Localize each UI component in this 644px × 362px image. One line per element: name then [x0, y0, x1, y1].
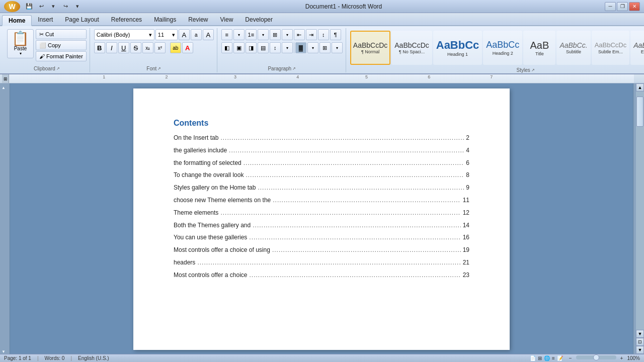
font-size-up-btn[interactable]: A — [179, 29, 190, 40]
qa-dropdown-btn[interactable]: ▾ — [72, 2, 83, 11]
toc-text-4: To change the overall look — [174, 171, 244, 179]
style-heading2[interactable]: AaBbCc Heading 2 — [483, 31, 522, 65]
view-print-btn[interactable]: 📄 — [530, 355, 536, 361]
restore-btn[interactable]: ❐ — [617, 2, 628, 11]
toc-entry-3: the formatting of selected .............… — [174, 159, 469, 167]
office-button[interactable]: W — [4, 1, 20, 12]
multilevel-list-dropdown[interactable]: ▾ — [282, 29, 293, 40]
align-right-btn[interactable]: ◨ — [246, 42, 257, 53]
redo-quick-btn[interactable]: ↪ — [60, 2, 70, 11]
italic-btn[interactable]: I — [106, 42, 117, 53]
tab-view[interactable]: View — [214, 14, 239, 25]
align-left-btn[interactable]: ◧ — [221, 42, 232, 53]
zoom-slider[interactable] — [576, 355, 616, 359]
shading-dropdown[interactable]: ▾ — [307, 42, 318, 53]
clipboard-expand-icon[interactable]: ↗ — [56, 66, 60, 71]
scroll-thumb[interactable] — [636, 97, 643, 127]
font-size-select[interactable]: 11 ▾ — [155, 29, 178, 40]
nav-up-arrow[interactable]: ▲ — [2, 85, 6, 90]
bold-btn[interactable]: B — [94, 42, 105, 53]
scroll-up-btn[interactable]: ▲ — [636, 83, 644, 92]
toc-entry-9: You can use these galleries ............… — [174, 233, 469, 242]
zoom-out-btn[interactable]: − — [569, 355, 572, 361]
style-normal[interactable]: AaBbCcDc ¶ Normal — [350, 31, 390, 65]
font-color-btn[interactable]: A — [182, 42, 193, 53]
numbered-list-btn[interactable]: 1≡ — [246, 29, 257, 40]
window-controls: ─ ❐ ✕ — [605, 2, 640, 11]
superscript-btn[interactable]: x² — [154, 42, 166, 53]
sort-btn[interactable]: ↕ — [318, 29, 329, 40]
toc-entry-12: Most controls offer a choice ...........… — [174, 271, 469, 280]
numbered-list-dropdown[interactable]: ▾ — [258, 29, 269, 40]
style-no-spacing[interactable]: AaBbCcDc ¶ No Spaci... — [391, 31, 432, 65]
undo-dropdown-btn[interactable]: ▾ — [48, 2, 58, 11]
style-title[interactable]: AaB Title — [523, 31, 555, 65]
borders-btn[interactable]: ⊞ — [319, 42, 331, 53]
tab-mailings[interactable]: Mailings — [148, 14, 182, 25]
format-painter-button[interactable]: 🖌 Format Painter — [36, 51, 87, 61]
close-btn[interactable]: ✕ — [629, 2, 640, 11]
toc-page-4: 8 — [466, 171, 469, 179]
style-emphasis[interactable]: AaBbCcDc Emphasis — [630, 31, 644, 65]
tab-review[interactable]: Review — [182, 14, 214, 25]
style-subtle-label: Subtle Em... — [598, 49, 623, 54]
show-formatting-btn[interactable]: ¶ — [330, 29, 341, 40]
style-subtitle[interactable]: AaBbCc. Subtitle — [556, 31, 590, 65]
toc-text-12: Most controls offer a choice — [174, 271, 248, 280]
toc-entry-5: Styles gallery on the Home tab .........… — [174, 184, 469, 192]
paste-button[interactable]: 📋 Paste ▾ — [7, 29, 34, 58]
styles-expand-icon[interactable]: ↗ — [531, 68, 535, 72]
tab-page-layout[interactable]: Page Layout — [59, 14, 105, 25]
decrease-indent-btn[interactable]: ⇤ — [294, 29, 305, 40]
toc-page-9: 16 — [463, 233, 469, 242]
increase-indent-btn[interactable]: ⇥ — [306, 29, 317, 40]
undo-quick-btn[interactable]: ↩ — [36, 2, 46, 11]
bullet-list-dropdown[interactable]: ▾ — [233, 29, 245, 40]
clear-format-btn[interactable]: A — [203, 29, 214, 40]
document-scroll-area: Contents On the Insert tab .............… — [10, 83, 633, 354]
style-subtle-em[interactable]: AaBbCcDc Subtle Em... — [592, 31, 630, 65]
toc-text-9: You can use these galleries — [174, 233, 247, 242]
font-name-select[interactable]: Calibri (Body) ▾ — [94, 29, 154, 40]
style-normal-preview: AaBbCcDc — [353, 41, 387, 50]
paste-dropdown[interactable]: ▾ — [20, 51, 22, 56]
scroll-track[interactable] — [636, 92, 644, 330]
nav-down-arrow[interactable]: ▼ — [2, 349, 6, 354]
view-full-btn[interactable]: ⊞ — [538, 355, 542, 361]
font-size-down-btn[interactable]: a — [191, 29, 202, 40]
style-heading1[interactable]: AaBbCc Heading 1 — [433, 31, 482, 65]
minimize-btn[interactable]: ─ — [605, 2, 616, 11]
underline-btn[interactable]: U — [118, 42, 129, 53]
view-web-btn[interactable]: 🌐 — [544, 355, 550, 361]
save-quick-btn[interactable]: 💾 — [24, 2, 34, 11]
scroll-next-page[interactable]: ▼ — [636, 346, 644, 354]
cut-button[interactable]: ✂ Cut — [36, 29, 87, 39]
line-spacing-dropdown[interactable]: ▾ — [282, 42, 293, 53]
paragraph-expand-icon[interactable]: ↗ — [292, 66, 296, 71]
highlight-btn[interactable]: ab — [170, 42, 181, 53]
copy-button[interactable]: ⬜ Copy — [36, 40, 87, 50]
ruler-corner[interactable]: ⊞ — [2, 74, 9, 83]
multilevel-list-btn[interactable]: ⊞ — [270, 29, 281, 40]
font-expand-icon[interactable]: ↗ — [157, 66, 161, 71]
style-h1-preview: AaBbCc — [436, 39, 479, 52]
tab-home[interactable]: Home — [2, 15, 32, 26]
style-normal-label: ¶ Normal — [361, 49, 379, 54]
view-draft-btn[interactable]: 📝 — [557, 355, 563, 361]
shading-btn[interactable]: ▓ — [295, 42, 306, 53]
ribbon-tabs: Home Insert Page Layout References Maili… — [0, 13, 644, 26]
tab-references[interactable]: References — [105, 14, 148, 25]
zoom-in-btn[interactable]: + — [620, 355, 623, 361]
strikethrough-btn[interactable]: S — [130, 42, 141, 53]
bullet-list-btn[interactable]: ≡ — [221, 29, 232, 40]
align-center-btn[interactable]: ▣ — [233, 42, 245, 53]
line-spacing-btn[interactable]: ↕ — [270, 42, 281, 53]
tab-developer[interactable]: Developer — [239, 14, 279, 25]
borders-dropdown[interactable]: ▾ — [332, 42, 343, 53]
justify-btn[interactable]: ▤ — [258, 42, 269, 53]
scroll-page-select[interactable]: ⊡ — [636, 338, 644, 346]
scroll-down-btn[interactable]: ▼ — [636, 330, 644, 338]
tab-insert[interactable]: Insert — [32, 14, 59, 25]
subscript-btn[interactable]: x₂ — [142, 42, 153, 53]
view-outline-btn[interactable]: ≡ — [552, 355, 555, 361]
